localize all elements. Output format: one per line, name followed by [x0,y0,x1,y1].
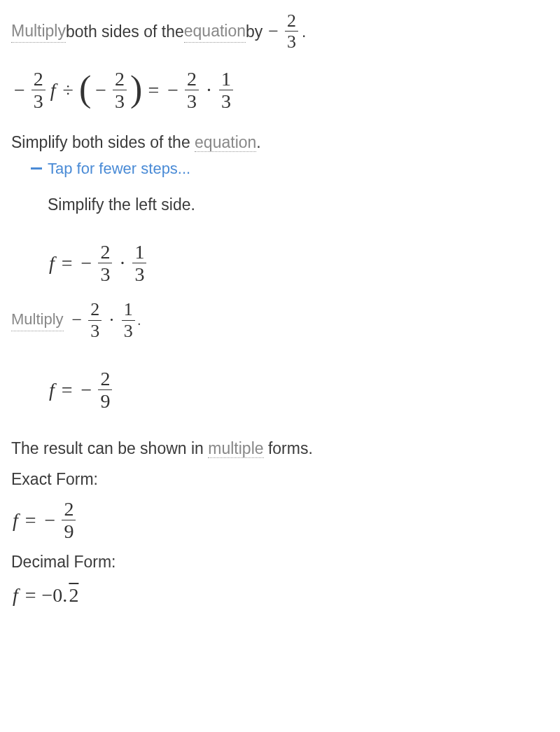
fraction: 2 3 [185,69,199,112]
denominator: 3 [185,90,199,111]
fraction: 1 3 [219,69,233,112]
left-paren: ( [79,74,91,104]
minus-sign: − [95,76,106,104]
inline-fraction: − 2 3 [265,11,300,52]
minus-icon [31,167,42,170]
numerator: 1 [219,69,233,90]
variable-f: f [49,376,55,403]
divide-sign: ÷ [63,76,74,104]
repeating-digit: 2 [69,581,78,609]
fraction: 2 3 [31,69,46,112]
dot-operator: · [109,308,114,333]
denominator: 9 [62,520,76,541]
numerator: 2 [62,499,76,520]
equation-step1: − 2 3 f ÷ ( − 2 3 ) = − 2 3 · 1 3 [11,69,549,112]
equation-exact-form: f = − 2 9 [11,499,549,542]
term-multiply[interactable]: Multiply [11,20,66,43]
term-multiply[interactable]: Multiply [11,309,64,331]
numerator: 2 [113,69,127,90]
fraction: 1 3 [122,300,135,340]
fraction: 2 9 [98,368,112,412]
substep-simplify-left: Simplify the left side. [48,193,549,216]
equation-substep1: f = − 2 3 · 1 3 [48,242,549,285]
dot-operator: · [206,76,211,104]
result-multiple-forms: The result can be shown in multiple form… [11,437,549,460]
text-segment: forms. [264,439,313,457]
denominator: 3 [98,263,112,284]
equals-sign: = [62,249,73,277]
variable-f: f [49,249,55,277]
right-paren: ) [130,74,142,104]
period: . [256,133,260,151]
term-multiple[interactable]: multiple [208,439,263,458]
denominator: 9 [98,389,112,411]
substep-multiply-fractions: Multiply − 2 3 · 1 3 . [11,300,549,340]
denominator: 3 [122,320,135,340]
term-equation[interactable]: equation [184,20,246,43]
denominator: 3 [132,263,146,284]
minus-sign: − [45,506,56,534]
equation-decimal-form: f = −0.2 [11,581,549,609]
tap-label: Tap for fewer steps... [48,158,190,180]
numerator: 2 [98,242,112,263]
equals-sign: = [25,581,36,609]
inline-expression: − 2 3 · 1 3 [69,300,137,340]
minus-sign: − [14,76,25,104]
numerator: 2 [31,69,46,90]
minus-sign: − [81,376,92,403]
fraction: 2 3 [88,300,102,340]
numerator: 2 [285,11,298,31]
fraction: 2 3 [98,242,112,285]
equals-sign: = [62,376,73,403]
text-segment: by [246,20,262,43]
term-equation[interactable]: equation [195,133,256,152]
equals-sign: = [25,506,36,534]
variable-f: f [13,506,18,534]
denominator: 3 [285,31,298,51]
minus-sign: − [81,249,92,277]
text-segment: The result can be shown in [11,439,208,457]
exact-form-label: Exact Form: [11,468,549,490]
fraction: 2 3 [285,11,298,52]
step-simplify-both-sides: Simplify both sides of the equation. [11,131,549,153]
minus-sign: − [72,308,83,333]
numerator: 1 [122,300,135,319]
fraction: 2 9 [62,499,76,542]
dot-operator: · [120,249,125,277]
minus-sign: − [167,76,178,104]
text-segment: both sides of the [66,20,184,43]
tap-fewer-steps-toggle[interactable]: Tap for fewer steps... [31,158,549,180]
denominator: 3 [88,320,102,340]
decimal-form-label: Decimal Form: [11,551,549,573]
denominator: 3 [113,90,127,111]
equals-sign: = [148,76,159,104]
fraction: 1 3 [132,242,146,285]
variable-f: f [50,76,56,104]
numerator: 2 [185,69,199,90]
numerator: 2 [88,300,102,319]
numerator: 2 [98,368,112,389]
denominator: 3 [31,90,46,111]
period: . [137,310,141,331]
decimal-prefix: −0. [42,581,68,609]
numerator: 1 [132,242,146,263]
fraction: 2 3 [113,69,127,112]
denominator: 3 [219,90,233,111]
step-multiply-both-sides: Multiply both sides of the equation by −… [11,11,549,52]
period: . [302,20,306,43]
equation-substep2: f = − 2 9 [48,368,549,412]
variable-f: f [13,581,18,609]
text-segment: Simplify both sides of the [11,133,195,151]
minus-sign: − [268,19,279,44]
